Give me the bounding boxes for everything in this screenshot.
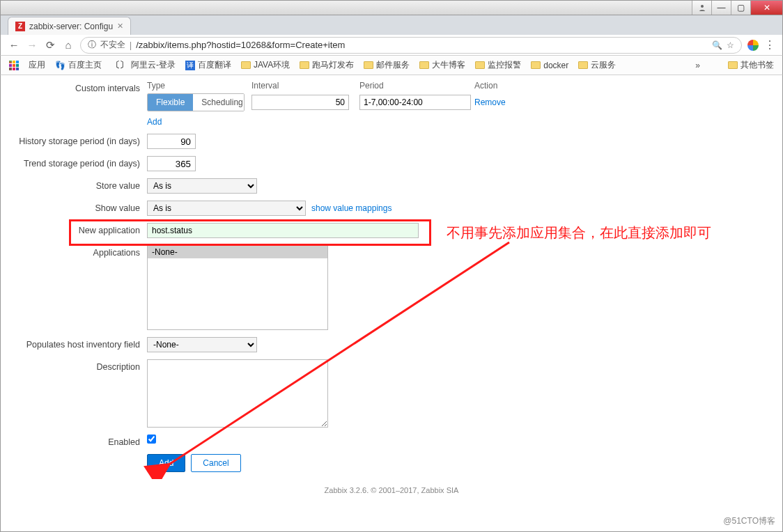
back-icon[interactable]: ← — [8, 39, 20, 51]
annotation-box — [69, 219, 431, 246]
populates-select[interactable]: -None- — [147, 337, 257, 352]
svg-point-0 — [701, 5, 704, 8]
url-input[interactable] — [136, 40, 708, 50]
applications-listbox[interactable]: -None- — [147, 245, 328, 330]
ci-period-header: Period — [359, 81, 474, 91]
search-icon[interactable]: 🔍 — [712, 40, 722, 50]
bookmark-item[interactable]: 监控报警 — [475, 59, 521, 71]
enabled-label: Enabled — [15, 435, 147, 447]
ci-type-header: Type — [147, 81, 251, 91]
interval-input[interactable] — [251, 95, 349, 110]
bookmark-item[interactable]: docker — [531, 61, 568, 70]
ci-action-header: Action — [474, 81, 516, 91]
trend-input[interactable] — [147, 156, 196, 171]
bookmark-item[interactable]: 👣百度主页 — [55, 59, 102, 71]
cancel-button[interactable]: Cancel — [191, 454, 240, 472]
description-textarea[interactable] — [147, 359, 328, 428]
populates-label: Populates host inventory field — [15, 337, 147, 350]
flexible-button[interactable]: Flexible — [148, 94, 193, 111]
custom-intervals-label: Custom intervals — [15, 81, 147, 93]
bookmark-star-icon[interactable]: ☆ — [727, 40, 734, 50]
watermark: @51CTO博客 — [723, 515, 775, 527]
home-icon[interactable]: ⌂ — [62, 39, 75, 51]
history-input[interactable] — [147, 134, 196, 149]
apps-icon[interactable] — [9, 61, 19, 70]
bookmark-item[interactable]: JAVA环境 — [241, 59, 290, 71]
browser-toolbar: ← → ⟳ ⌂ ⓘ 不安全 | 🔍 ☆ ⋮ — [0, 35, 783, 56]
menu-icon[interactable]: ⋮ — [764, 38, 775, 52]
apps-label[interactable]: 应用 — [29, 59, 45, 71]
interval-type-segmented[interactable]: Flexible Scheduling — [147, 93, 245, 111]
browser-tab[interactable]: Z zabbix-server: Configu ✕ — [8, 17, 131, 35]
other-bookmarks[interactable]: 其他书签 — [728, 59, 774, 71]
applications-label: Applications — [15, 245, 147, 258]
add-interval-link[interactable]: Add — [147, 117, 162, 127]
add-button[interactable]: Add — [147, 454, 185, 472]
tab-close-icon[interactable]: ✕ — [117, 22, 123, 31]
insecure-label: 不安全 — [100, 39, 125, 51]
browser-tabstrip: Z zabbix-server: Configu ✕ — [0, 15, 783, 35]
profile-icon[interactable] — [747, 40, 759, 51]
period-input[interactable] — [359, 95, 471, 110]
history-label: History storage period (in days) — [15, 134, 147, 146]
reload-icon[interactable]: ⟳ — [44, 39, 56, 52]
bookmark-item[interactable]: 跑马灯发布 — [300, 59, 354, 71]
page-viewport: Custom intervals Type Interval Period Ac… — [0, 75, 783, 532]
enabled-checkbox[interactable] — [147, 435, 156, 444]
list-item[interactable]: -None- — [148, 246, 327, 258]
maximize-button[interactable]: ▢ — [731, 1, 750, 15]
user-button[interactable] — [692, 1, 711, 15]
show-value-select[interactable]: As is — [147, 201, 306, 216]
annotation-text: 不用事先添加应用集合，在此直接添加即可 — [447, 224, 711, 242]
minimize-button[interactable]: — — [711, 1, 731, 15]
store-value-label: Store value — [15, 178, 147, 191]
window-titlebar: — ▢ ✕ — [0, 0, 783, 15]
zabbix-favicon: Z — [15, 22, 25, 31]
show-value-mappings-link[interactable]: show value mappings — [311, 203, 392, 213]
custom-intervals-table: Type Interval Period Action Flexible Sch… — [147, 81, 516, 127]
bookmark-item[interactable]: 〔〕阿里云-登录 — [111, 59, 176, 71]
bookmarks-overflow-icon[interactable]: » — [695, 61, 700, 70]
address-bar[interactable]: ⓘ 不安全 | 🔍 ☆ — [80, 37, 742, 54]
bookmark-item[interactable]: 云服务 — [578, 59, 616, 71]
description-label: Description — [15, 359, 147, 372]
bookmark-item[interactable]: 邮件服务 — [364, 59, 410, 71]
item-form: Custom intervals Type Interval Period Ac… — [1, 75, 782, 508]
remove-link[interactable]: Remove — [474, 97, 506, 107]
info-icon[interactable]: ⓘ — [88, 39, 96, 51]
bookmark-item[interactable]: 大牛博客 — [419, 59, 465, 71]
bookmark-item[interactable]: 译百度翻译 — [185, 59, 231, 71]
show-value-label: Show value — [15, 201, 147, 213]
trend-label: Trend storage period (in days) — [15, 156, 147, 169]
store-value-select[interactable]: As is — [147, 178, 257, 194]
bookmarks-bar: 应用 👣百度主页 〔〕阿里云-登录 译百度翻译 JAVA环境 跑马灯发布 邮件服… — [0, 56, 783, 75]
footer-text: Zabbix 3.2.6. © 2001–2017, Zabbix SIA — [15, 486, 768, 494]
tab-title: zabbix-server: Configu — [29, 22, 113, 31]
ci-interval-header: Interval — [251, 81, 359, 91]
close-button[interactable]: ✕ — [750, 1, 782, 15]
scheduling-button[interactable]: Scheduling — [193, 94, 245, 111]
forward-icon[interactable]: → — [26, 39, 38, 51]
